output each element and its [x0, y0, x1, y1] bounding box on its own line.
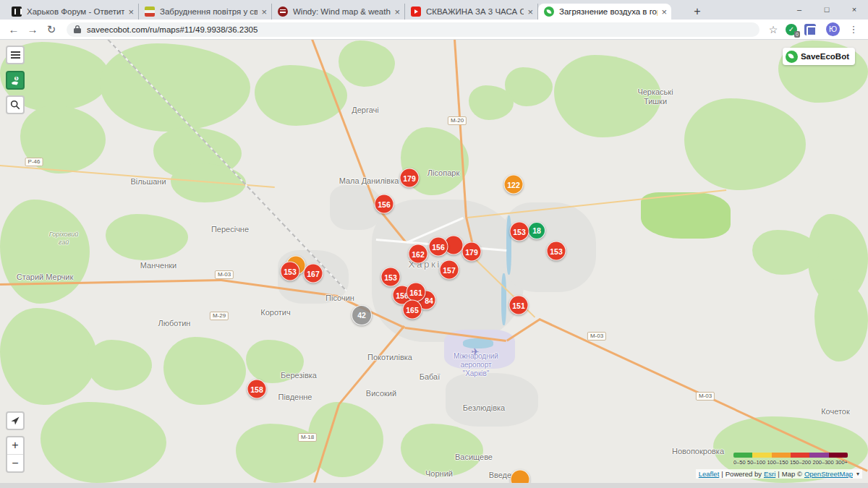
- adblock-extension-icon[interactable]: ✓ 0: [786, 24, 797, 35]
- locate-me-button[interactable]: [6, 411, 25, 430]
- legend-range-label: 150–200: [790, 459, 811, 466]
- aqi-marker[interactable]: 161: [407, 283, 426, 302]
- map-canvas[interactable]: ДергачіВільшаниМала ДанилівкаЛісопаркЧер…: [0, 40, 868, 483]
- map-place-label: Васищеве: [455, 453, 493, 462]
- aqi-marker[interactable]: [511, 470, 530, 484]
- map-place-label: Коротич: [260, 308, 290, 317]
- location-arrow-icon: [10, 416, 20, 426]
- svg-text:$: $: [15, 76, 17, 80]
- aqi-marker[interactable]: 153: [510, 222, 529, 241]
- address-bar[interactable]: saveecobot.com/ru/maps#11/49.9938/36.230…: [67, 22, 760, 37]
- road-badge: Р-46: [25, 158, 43, 166]
- zoom-out-button[interactable]: −: [7, 455, 23, 472]
- pip-extension-icon[interactable]: [804, 24, 816, 35]
- esri-link[interactable]: Esri: [764, 470, 775, 478]
- minimize-button[interactable]: –: [786, 0, 813, 20]
- aqi-marker[interactable]: 153: [547, 241, 566, 261]
- map-place-label: Бабаї: [420, 372, 441, 382]
- aqi-marker[interactable]: 157: [440, 260, 459, 280]
- map-road-line: [454, 40, 467, 217]
- hand-coin-icon: $: [10, 75, 21, 86]
- saveecobot-logo[interactable]: SaveEcoBot: [783, 48, 855, 65]
- legend-range-label: 0–50: [733, 459, 746, 466]
- aqi-marker[interactable]: 156: [429, 237, 448, 257]
- search-icon: [10, 100, 20, 110]
- browser-tab[interactable]: Windy: Wind map & weather for×: [272, 4, 405, 20]
- aqi-marker[interactable]: 42: [352, 305, 372, 325]
- new-tab-button[interactable]: +: [689, 3, 706, 20]
- map-place-label: Люботин: [158, 319, 191, 328]
- tab-title: Забруднення повітря у світі: Інд: [160, 7, 258, 16]
- map-search-button[interactable]: [6, 95, 25, 114]
- browser-tab[interactable]: Загрязнение воздуха в городе Х×: [538, 4, 671, 20]
- browser-tab[interactable]: Забруднення повітря у світі: Інд×: [139, 4, 272, 20]
- extensions-area: ✓ 0: [786, 24, 816, 35]
- back-button[interactable]: ←: [4, 23, 23, 35]
- tab-close-icon[interactable]: ×: [128, 7, 134, 17]
- legend-color-segment: [772, 453, 791, 458]
- browser-menu-icon[interactable]: ⋮: [847, 24, 860, 35]
- map-place-label: Лісопарк: [427, 168, 459, 178]
- aqi-value: 84: [425, 296, 433, 304]
- reload-button[interactable]: ↻: [42, 23, 61, 36]
- map-place-label: Березівка: [281, 371, 317, 380]
- road-badge: М-29: [210, 312, 229, 320]
- aqi-marker[interactable]: 179: [462, 242, 482, 262]
- aqi-marker[interactable]: 165: [403, 300, 422, 320]
- legend-color-segment: [809, 453, 828, 458]
- collapse-caret-icon[interactable]: ▾: [856, 471, 859, 477]
- donate-button[interactable]: $: [6, 71, 25, 90]
- map-place-label: Чорний: [425, 469, 453, 479]
- aqi-marker[interactable]: 162: [409, 244, 428, 264]
- aqi-marker[interactable]: 153: [381, 267, 401, 287]
- road-badge: М-03: [587, 332, 606, 341]
- road-badge: М-03: [696, 392, 715, 401]
- tab-close-icon[interactable]: ×: [527, 7, 533, 17]
- map-terrain-shape: [163, 337, 246, 405]
- map-menu-button[interactable]: [6, 46, 25, 64]
- map-terrain-shape: [100, 43, 250, 132]
- attribution-separator: |: [778, 470, 779, 478]
- browser-window: Харьков Форум - Ответить в те×Забрудненн…: [0, 0, 868, 488]
- map-place-label: Пісочин: [326, 294, 354, 303]
- aqi-marker[interactable]: 18: [528, 222, 545, 239]
- map-place-label: Новопокровка: [672, 447, 724, 456]
- aqi-value: 162: [412, 249, 425, 258]
- aqi-marker[interactable]: 167: [304, 264, 323, 283]
- aqi-value: 157: [443, 265, 456, 274]
- aqi-marker[interactable]: 153: [281, 262, 300, 281]
- airport-icon: ✈: [472, 346, 480, 357]
- map-place-label: Південне: [278, 393, 312, 402]
- map-place-label: Старий Мерчик: [17, 273, 73, 282]
- legend-labels: 0–5050–100100–150150–200200–300300+: [733, 459, 848, 466]
- map-terrain-shape: [0, 308, 97, 405]
- bookmark-star-icon[interactable]: ☆: [765, 24, 781, 35]
- map-place-label: Горіховий гай: [49, 231, 79, 247]
- aqi-marker[interactable]: 122: [504, 175, 524, 194]
- tab-close-icon[interactable]: ×: [261, 7, 267, 17]
- aqi-marker[interactable]: 158: [247, 380, 267, 399]
- zoom-in-button[interactable]: +: [7, 437, 23, 455]
- profile-avatar[interactable]: Ю: [826, 22, 840, 36]
- powered-by-text: Powered by: [726, 470, 762, 478]
- close-window-button[interactable]: ×: [841, 0, 868, 20]
- maximize-button[interactable]: □: [813, 0, 841, 20]
- check-icon: ✓: [788, 25, 794, 33]
- aqi-marker[interactable]: 179: [400, 168, 420, 188]
- openstreetmap-link[interactable]: OpenStreetMap: [804, 470, 853, 478]
- aqi-marker[interactable]: 151: [509, 296, 529, 315]
- tab-close-icon[interactable]: ×: [661, 7, 667, 17]
- map-attribution: Leaflet | Powered by Esri | Map © OpenSt…: [696, 469, 862, 479]
- map-place-label: Манченки: [140, 261, 176, 270]
- map-terrain-shape: [339, 40, 395, 87]
- leaflet-link[interactable]: Leaflet: [699, 470, 720, 478]
- browser-tab[interactable]: СКВАЖИНА ЗА 3 ЧАСА СВОИМ×: [405, 4, 538, 20]
- tab-close-icon[interactable]: ×: [394, 7, 400, 17]
- forward-button[interactable]: →: [23, 23, 42, 35]
- aqi-marker[interactable]: 156: [375, 194, 394, 214]
- map-place-label: Вільшани: [130, 177, 166, 187]
- browser-tab[interactable]: Харьков Форум - Ответить в те×: [6, 4, 139, 20]
- map-road-line: [506, 318, 540, 341]
- window-controls: – □ ×: [786, 0, 868, 20]
- map-place-label: Черкаські Тишки: [637, 87, 673, 106]
